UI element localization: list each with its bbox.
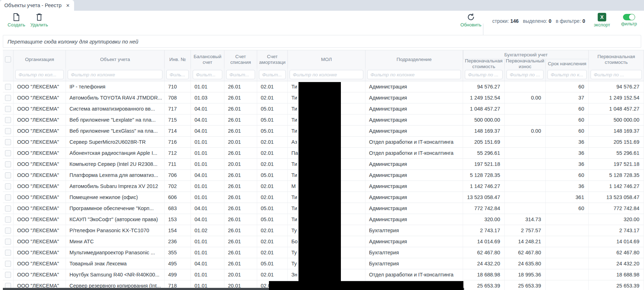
row-checkbox[interactable] — [5, 261, 11, 267]
tab-close-icon[interactable]: ✕ — [63, 3, 70, 8]
cell-bal: 04.01 — [191, 214, 224, 225]
column-header-unit[interactable]: Подразделение — [365, 50, 463, 68]
row-checkbox[interactable] — [5, 139, 11, 145]
filter-input-unit[interactable] — [367, 70, 461, 79]
excel-icon: X — [598, 13, 606, 21]
filter-input-cost1[interactable] — [465, 70, 503, 79]
cell-term: 361 — [546, 192, 589, 203]
filter-cell-wo — [224, 68, 257, 81]
row-checkbox[interactable] — [5, 250, 11, 256]
cell-wear: 0.00 — [505, 126, 546, 137]
cell-dep: 02.01 — [257, 137, 288, 148]
column-header-wo[interactable]: Счет списания — [224, 50, 257, 68]
row-checkbox[interactable] — [5, 217, 11, 223]
column-header-inv[interactable]: Инв. № — [165, 50, 191, 68]
cell-cb — [3, 214, 14, 225]
row-checkbox[interactable] — [5, 106, 11, 112]
cell-object: Абонентская радиостанция Apple I... — [66, 148, 165, 159]
row-checkbox[interactable] — [5, 228, 11, 234]
row-checkbox[interactable] — [5, 194, 11, 200]
cell-wo: 26.01 — [224, 170, 257, 181]
cell-object: Р/телефон Panasonic KX-TC1070 — [66, 225, 165, 236]
row-checkbox[interactable] — [5, 128, 11, 134]
create-button[interactable]: Создать — [5, 13, 28, 30]
column-header-org[interactable]: Организация — [14, 50, 66, 68]
cell-inv: 712 — [165, 148, 191, 159]
cell-wear — [505, 181, 546, 192]
column-header-dep[interactable]: Счет амортизаци — [257, 50, 288, 68]
column-header-label: Балансовый счет — [192, 54, 223, 65]
export-button[interactable]: X экспорт — [591, 13, 613, 30]
filter-toggle-button[interactable]: фильтр — [618, 13, 640, 30]
cell-wear: 25 653.39 — [505, 280, 546, 290]
row-checkbox[interactable] — [5, 84, 11, 90]
cell-org: ООО "ЛЕКСЕМА" — [14, 159, 66, 170]
filter-input-wo[interactable] — [226, 70, 255, 79]
toggle-knob — [629, 14, 635, 20]
cell-cost1: 24 432.20 — [463, 258, 505, 269]
row-checkbox[interactable] — [5, 172, 11, 178]
row-checkbox[interactable] — [5, 161, 11, 167]
group-by-drop-zone[interactable]: Перетащите сюда колонку для группировки … — [3, 35, 641, 48]
row-checkbox[interactable] — [5, 239, 11, 245]
filter-toggle-switch[interactable] — [623, 14, 635, 20]
tab-bar: Объекты учета - Реестр ✕ — [0, 0, 644, 11]
cell-dep: 02.01 — [257, 236, 288, 247]
filter-cell-dep — [257, 68, 288, 81]
row-checkbox[interactable] — [5, 117, 11, 123]
cell-cb — [3, 159, 14, 170]
cell-wo: 26.01 — [224, 214, 257, 225]
column-header-object[interactable]: Объект учета — [66, 50, 165, 68]
filter-input-dep[interactable] — [259, 70, 286, 79]
redaction-overlay-bottom — [269, 281, 463, 290]
row-checkbox[interactable] — [5, 272, 11, 278]
column-header-cb[interactable] — [3, 50, 14, 68]
filter-row — [3, 68, 644, 81]
cell-cost1: 1 048 457.27 — [463, 103, 505, 115]
cell-bal: 04.01 — [191, 203, 224, 214]
refresh-button[interactable]: Обновить — [459, 13, 482, 30]
cell-wear: 62 467.80 — [505, 247, 546, 258]
filter-input-inv[interactable] — [166, 70, 189, 79]
filter-input-bal[interactable] — [193, 70, 222, 79]
select-all-checkbox[interactable] — [5, 56, 11, 62]
cell-bal: 01.01 — [191, 81, 224, 92]
filter-input-mol[interactable] — [290, 70, 363, 79]
column-header-label: Срок начисления — [548, 61, 586, 67]
row-checkbox[interactable] — [5, 205, 11, 212]
cell-cost1: 14 014.69 — [463, 236, 505, 247]
column-header-bal[interactable]: Балансовый счет — [191, 50, 224, 68]
cell-bal: 01.01 — [191, 148, 224, 159]
cell-term: 60 — [546, 115, 589, 126]
filter-input-org[interactable] — [15, 70, 64, 79]
cell-term — [546, 214, 589, 225]
filter-cell-term — [546, 68, 589, 81]
rows-count: строки: 146 — [492, 18, 519, 24]
grid-stats: строки: 146 выделено: 0 в фильтре: 0 — [492, 11, 585, 31]
row-checkbox[interactable] — [5, 150, 11, 156]
cell-dep: 05.01 — [257, 103, 288, 115]
filter-input-wear[interactable] — [507, 70, 544, 79]
cell-wear — [505, 170, 546, 181]
delete-button[interactable]: Удалить — [28, 13, 51, 30]
cell-object: Веб приложение "Lexplate" на пла... — [66, 115, 165, 126]
column-header-mol[interactable]: МОЛ — [288, 50, 365, 68]
row-checkbox[interactable] — [5, 95, 11, 101]
cell-org: ООО "ЛЕКСЕМА" — [14, 92, 66, 103]
cell-cost2: 772 742.84 — [589, 203, 644, 214]
row-checkbox[interactable] — [5, 183, 11, 189]
cell-bal: 04.01 — [191, 258, 224, 269]
filter-input-object[interactable] — [68, 70, 162, 79]
filter-input-term[interactable] — [547, 70, 587, 79]
cell-dep: 05.01 — [257, 203, 288, 214]
cell-term — [546, 269, 589, 280]
cell-object: Автомобиль TOYOTA RAV4 JTMDDR... — [66, 92, 165, 103]
filter-input-cost2[interactable] — [591, 70, 642, 79]
column-header-cost2[interactable]: Первоначальная стоимость — [589, 50, 644, 68]
cell-bal: 01.01 — [191, 247, 224, 258]
tab-objects-registry[interactable]: Объекты учета - Реестр ✕ — [0, 0, 74, 11]
cell-wear: 18 995.36 — [505, 269, 546, 280]
toolbar: Создать Удалить Обновить — [0, 11, 644, 31]
cell-inv: 495 — [165, 258, 191, 269]
cell-dep: 02.01 — [257, 269, 288, 280]
